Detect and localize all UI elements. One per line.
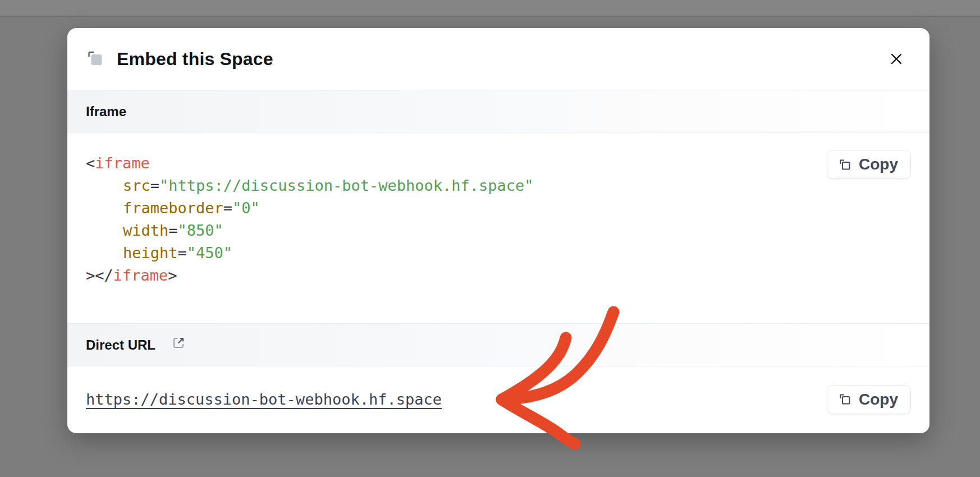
copy-icon — [837, 157, 853, 172]
code-attr-value: "850" — [178, 222, 223, 239]
code-equals: = — [168, 222, 177, 239]
direct-url-link[interactable]: https://discussion-bot-webhook.hf.space — [86, 391, 442, 408]
copy-button-label: Copy — [859, 155, 898, 173]
iframe-embed-code: <iframesrc="https://discussion-bot-webho… — [86, 152, 911, 287]
direct-url-section-header: Direct URL — [67, 323, 929, 366]
embed-space-dialog: Embed this Space Iframe Copy <iframesrc=… — [67, 28, 929, 433]
code-tag-name: iframe — [113, 267, 168, 284]
copy-direct-url-button[interactable]: Copy — [827, 385, 911, 414]
code-punct: < — [86, 154, 95, 172]
external-link-icon — [170, 334, 187, 354]
code-line-src: src="https://discussion-bot-webhook.hf.s… — [86, 175, 911, 197]
code-line-close: ></iframe> — [86, 264, 911, 287]
code-attr-value: "https://discussion-bot-webhook.hf.space… — [159, 177, 533, 194]
iframe-section-header: Iframe — [67, 90, 929, 133]
direct-url-row: https://discussion-bot-webhook.hf.space … — [67, 366, 929, 432]
iframe-section-label: Iframe — [86, 104, 126, 120]
code-equals: = — [178, 244, 187, 262]
copy-icon — [837, 392, 853, 407]
copy-button-label: Copy — [859, 391, 898, 409]
iframe-code-section: Copy <iframesrc="https://discussion-bot-… — [67, 133, 929, 323]
code-attr-name: frameborder — [123, 199, 223, 217]
code-punct: ></ — [86, 267, 113, 284]
copy-squares-icon — [86, 49, 104, 69]
code-line-frameborder: frameborder="0" — [86, 197, 911, 219]
code-line-open: <iframe — [86, 152, 911, 175]
code-line-width: width="850" — [86, 219, 911, 242]
copy-iframe-code-button[interactable]: Copy — [827, 150, 911, 179]
code-attr-value: "0" — [232, 199, 260, 217]
code-line-height: height="450" — [86, 242, 911, 264]
code-attr-name: height — [123, 244, 178, 262]
code-punct: > — [168, 267, 177, 284]
code-equals: = — [223, 199, 232, 217]
code-attr-name: width — [123, 222, 168, 239]
direct-url-section-label: Direct URL — [86, 337, 155, 353]
code-tag-name: iframe — [95, 154, 150, 172]
dimmed-page-header — [0, 0, 980, 17]
code-attr-name: src — [123, 177, 150, 194]
dialog-header: Embed this Space — [67, 28, 929, 90]
code-equals: = — [150, 177, 159, 194]
close-icon — [887, 49, 906, 68]
dialog-title: Embed this Space — [117, 49, 273, 70]
close-button[interactable] — [883, 46, 909, 72]
code-attr-value: "450" — [187, 244, 232, 262]
